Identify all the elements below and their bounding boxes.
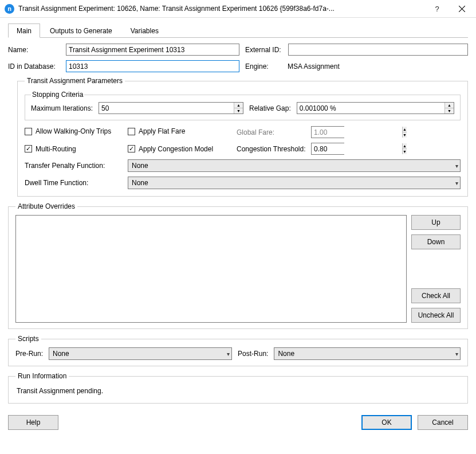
multi-routing-checkbox[interactable]: Multi-Routing [25,145,76,153]
spinner-down-icon[interactable]: ▼ [445,108,454,114]
checkbox-icon [25,128,32,135]
post-run-label: Post-Run: [238,350,268,358]
pre-run-value: None [53,350,69,358]
id-db-label: ID in Database: [8,62,62,71]
pre-run-label: Pre-Run: [15,350,43,358]
attribute-overrides-group: Attribute Overrides Up Down Check All Un… [8,202,468,329]
post-run-select[interactable]: None ▾ [274,347,461,360]
chevron-down-icon: ▾ [227,351,230,357]
transit-params-legend: Transit Assignment Parameters [25,77,125,85]
spinner-down-icon: ▼ [403,132,407,138]
congestion-thresh-label: Congestion Threshold: [237,145,311,153]
rel-gap-label: Relative Gap: [249,104,291,112]
apply-congestion-label: Apply Congestion Model [139,145,213,153]
transfer-penalty-select[interactable]: None ▾ [128,159,461,172]
chevron-down-icon: ▾ [455,180,458,186]
max-iter-label: Maximum Iterations: [31,104,93,112]
engine-label: Engine: [245,62,281,71]
spinner-down-icon[interactable]: ▼ [234,108,243,114]
transfer-penalty-label: Transfer Penalty Function: [25,162,128,170]
dwell-time-select[interactable]: None ▾ [128,177,461,189]
tab-outputs[interactable]: Outputs to Generate [41,24,121,38]
rel-gap-input[interactable] [297,103,444,114]
rel-gap-spinner[interactable]: ▲ ▼ [297,102,454,114]
run-info-group: Run Information Transit Assignment pendi… [8,372,468,404]
global-fare-spinner: ▲ ▼ [311,126,344,138]
spinner-up-icon: ▲ [403,127,407,132]
name-input[interactable] [66,44,239,56]
max-iter-input[interactable] [99,103,234,114]
cancel-button[interactable]: Cancel [418,415,468,430]
congestion-thresh-spinner[interactable]: ▲ ▼ [311,143,344,155]
stopping-criteria-legend: Stopping Criteria [31,91,84,99]
global-fare-label: Global Fare: [237,128,311,136]
checkbox-checked-icon [25,145,32,152]
run-info-legend: Run Information [15,372,69,380]
spinner-up-icon[interactable]: ▲ [445,103,454,108]
apply-congestion-checkbox[interactable]: Apply Congestion Model [128,145,213,153]
external-id-label: External ID: [245,46,281,54]
uncheck-all-button[interactable]: Uncheck All [411,308,461,323]
pre-run-select[interactable]: None ▾ [49,347,232,360]
run-info-status: Transit Assignment pending. [15,385,461,397]
tab-variables[interactable]: Variables [122,24,167,38]
engine-value: MSA Assignment [288,62,340,71]
attribute-overrides-legend: Attribute Overrides [15,202,77,210]
apply-flat-fare-label: Apply Flat Fare [139,127,185,135]
checkbox-checked-icon [128,145,135,152]
id-db-input[interactable] [66,60,239,72]
apply-flat-fare-checkbox[interactable]: Apply Flat Fare [128,127,185,135]
down-button[interactable]: Down [411,234,461,249]
dwell-time-value: None [132,179,148,187]
help-button[interactable]: Help [8,415,58,430]
scripts-legend: Scripts [15,335,41,343]
up-button[interactable]: Up [411,215,461,230]
close-icon[interactable] [449,0,475,17]
dwell-time-label: Dwell Time Function: [25,179,128,187]
tab-main[interactable]: Main [8,24,40,38]
app-icon: n [5,4,14,14]
chevron-down-icon: ▾ [455,351,458,357]
spinner-down-icon[interactable]: ▼ [403,149,407,154]
scripts-group: Scripts Pre-Run: None ▾ Post-Run: None ▾ [8,335,468,366]
ok-button[interactable]: OK [361,415,412,430]
attribute-overrides-list[interactable] [15,215,407,323]
spinner-up-icon[interactable]: ▲ [234,103,243,108]
stopping-criteria-group: Stopping Criteria Maximum Iterations: ▲ … [25,91,461,120]
allow-walking-checkbox[interactable]: Allow Walking-Only Trips [25,127,111,135]
tab-strip: Main Outputs to Generate Variables [8,24,468,38]
title-bar: n Transit Assignment Experiment: 10626, … [0,0,476,18]
titlebar-help-button[interactable]: ? [426,0,449,17]
chevron-down-icon: ▾ [455,163,458,169]
transfer-penalty-value: None [132,162,148,170]
global-fare-input [312,127,402,138]
max-iter-spinner[interactable]: ▲ ▼ [99,102,243,114]
post-run-value: None [278,350,294,358]
external-id-input[interactable] [288,44,468,56]
transit-params-group: Transit Assignment Parameters Stopping C… [17,77,468,197]
check-all-button[interactable]: Check All [411,288,461,303]
congestion-thresh-input[interactable] [312,143,402,154]
name-label: Name: [8,46,62,54]
spinner-up-icon[interactable]: ▲ [403,143,407,149]
window-title: Transit Assignment Experiment: 10626, Na… [18,5,426,13]
multi-routing-label: Multi-Routing [36,145,76,153]
allow-walking-label: Allow Walking-Only Trips [36,127,111,135]
checkbox-icon [128,128,135,135]
